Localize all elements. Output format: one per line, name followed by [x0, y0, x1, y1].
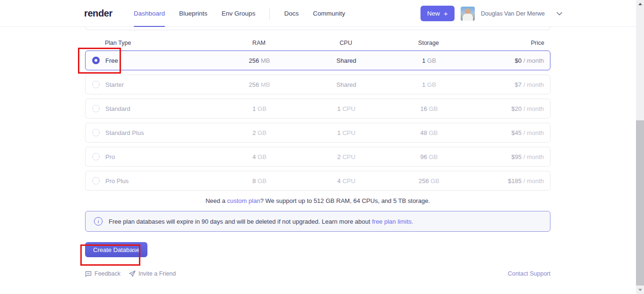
column-header-cpu: CPU [310, 40, 382, 46]
cpu-cell: 2 CPU [310, 153, 382, 160]
avatar[interactable] [461, 7, 475, 21]
plan-name: Free [105, 57, 118, 64]
radio-pro[interactable] [92, 153, 100, 160]
info-icon: i [94, 217, 103, 226]
storage-cell: 1 GB [382, 57, 476, 64]
plan-row-free[interactable]: Free256 MBShared1 GB$0 / month [85, 50, 550, 70]
plan-cell-pro-plus: Pro Plus [86, 177, 208, 185]
plan-cell-standard: Standard [86, 105, 208, 112]
nav-tab-blueprints[interactable]: Blueprints [179, 0, 207, 27]
plan-row-standard[interactable]: Standard1 GB1 CPU16 GB$20 / month [85, 99, 550, 118]
previous-section-card-edge [85, 27, 550, 30]
storage-cell: 1 GB [382, 81, 476, 88]
ram-cell: 4 GB [208, 153, 310, 160]
radio-pro-plus[interactable] [92, 177, 100, 185]
cpu-cell: Shared [310, 57, 382, 64]
info-banner-text: Free plan databases will expire in 90 da… [109, 218, 413, 225]
price-cell: $185 / month [476, 177, 550, 185]
create-database-button[interactable]: Create Database [85, 242, 147, 257]
render-logo[interactable]: render [84, 0, 112, 27]
plan-row-pro[interactable]: Pro4 GB2 CPU96 GB$95 / month [85, 147, 550, 167]
price-cell: $45 / month [476, 129, 550, 136]
nav-tab-community[interactable]: Community [313, 0, 345, 27]
radio-free[interactable] [92, 57, 100, 64]
storage-cell: 16 GB [382, 105, 476, 112]
column-header-price: Price [475, 40, 550, 46]
plan-cell-pro: Pro [86, 153, 208, 160]
radio-standard-plus[interactable] [92, 129, 100, 136]
radio-starter[interactable] [92, 81, 100, 88]
page: render Dashboard Blueprints Env Groups D… [0, 0, 644, 294]
price-cell: $20 / month [476, 105, 550, 112]
nav-divider [269, 8, 270, 20]
plan-table: Free256 MBShared1 GB$0 / monthStarter256… [85, 50, 550, 191]
chevron-down-icon[interactable] [557, 12, 562, 16]
scrollbar-thumb[interactable] [636, 120, 644, 286]
user-name[interactable]: Douglas Van Der Merwe [481, 10, 545, 17]
cpu-cell: Shared [310, 81, 382, 88]
price-cell: $7 / month [476, 81, 550, 88]
custom-plan-note-suffix: ? We support up to 512 GB RAM, 64 CPUs, … [260, 197, 430, 204]
nav-tab-env-groups[interactable]: Env Groups [222, 0, 255, 27]
new-button[interactable]: New + [421, 6, 455, 21]
cpu-cell: 4 CPU [310, 177, 382, 185]
top-nav-bar: render Dashboard Blueprints Env Groups D… [0, 0, 636, 27]
price-cell: $95 / month [476, 153, 550, 160]
main-content: Plan Type RAM CPU Storage Price Free256 … [85, 27, 550, 277]
contact-support-link[interactable]: Contact Support [508, 270, 550, 277]
main-nav: Dashboard Blueprints Env Groups Docs Com… [134, 0, 345, 27]
plan-cell-free: Free [86, 57, 208, 64]
feedback-label: Feedback [94, 270, 120, 277]
plan-name: Pro [105, 153, 115, 160]
price-cell: $0 / month [476, 57, 550, 64]
custom-plan-note-prefix: Need a [206, 197, 227, 204]
free-plan-limits-link[interactable]: free plan limits [372, 218, 412, 225]
nav-tab-docs[interactable]: Docs [284, 0, 299, 27]
storage-cell: 96 GB [382, 153, 476, 160]
radio-standard[interactable] [92, 105, 100, 112]
plus-icon: + [444, 9, 448, 17]
paper-plane-icon [129, 270, 136, 277]
ram-cell: 256 MB [208, 81, 310, 88]
column-header-ram: RAM [208, 40, 310, 46]
feedback-button[interactable]: Feedback [85, 270, 120, 277]
scrollbar-up-icon[interactable] [636, 0, 644, 8]
plan-row-starter[interactable]: Starter256 MBShared1 GB$7 / month [85, 75, 550, 94]
plan-name: Standard [105, 105, 130, 112]
plan-name: Starter [105, 81, 124, 88]
new-button-label: New [427, 10, 440, 17]
custom-plan-note: Need a custom plan? We support up to 512… [85, 197, 550, 204]
ram-cell: 1 GB [208, 105, 310, 112]
plan-table-header: Plan Type RAM CPU Storage Price [85, 40, 550, 46]
vertical-scrollbar[interactable] [636, 0, 644, 294]
cpu-cell: 1 CPU [310, 105, 382, 112]
custom-plan-link[interactable]: custom plan [227, 197, 260, 204]
plan-cell-standard-plus: Standard Plus [86, 129, 208, 136]
ram-cell: 256 MB [208, 57, 310, 64]
plan-cell-starter: Starter [86, 81, 208, 88]
column-header-storage: Storage [382, 40, 475, 46]
cpu-cell: 1 CPU [310, 129, 382, 136]
storage-cell: 48 GB [382, 129, 476, 136]
plan-name: Standard Plus [105, 129, 144, 136]
ram-cell: 2 GB [208, 129, 310, 136]
plan-name: Pro Plus [105, 177, 129, 185]
invite-a-friend-button[interactable]: Invite a Friend [129, 270, 176, 277]
header-right-cluster: New + Douglas Van Der Merwe [421, 0, 562, 27]
storage-cell: 256 GB [382, 177, 476, 185]
invite-a-friend-label: Invite a Friend [138, 270, 176, 277]
plan-row-pro-plus[interactable]: Pro Plus8 GB4 CPU256 GB$185 / month [85, 171, 550, 191]
column-header-plan-type: Plan Type [85, 40, 208, 46]
page-footer: Feedback Invite a Friend Contact Support [85, 270, 550, 277]
free-plan-info-banner: i Free plan databases will expire in 90 … [85, 211, 550, 232]
nav-tab-dashboard[interactable]: Dashboard [134, 0, 165, 27]
ram-cell: 8 GB [208, 177, 310, 185]
feedback-icon [85, 270, 92, 277]
plan-row-standard-plus[interactable]: Standard Plus2 GB1 CPU48 GB$45 / month [85, 123, 550, 143]
scrollbar-down-icon[interactable] [636, 286, 644, 294]
